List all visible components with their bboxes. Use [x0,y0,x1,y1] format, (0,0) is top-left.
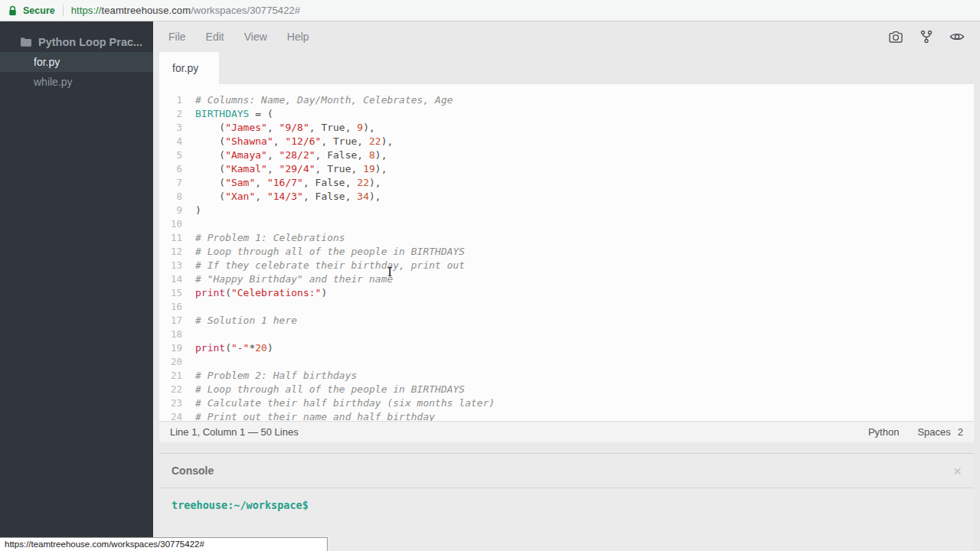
code-text: # Problem 2: Half birthdays [195,369,357,383]
language-indicator[interactable]: Python [868,426,899,438]
project-name-row[interactable]: Python Loop Prac... [0,32,153,52]
code-line[interactable]: 6 ("Kamal", "29/4", True, 19), [159,162,974,176]
code-line[interactable]: 12# Loop through all of the people in BI… [159,245,974,259]
code-line[interactable]: 13# If they celebrate their birthday, pr… [159,259,974,272]
code-line[interactable]: 22# Loop through all of the people in BI… [159,383,974,396]
eye-icon[interactable] [949,31,965,42]
menu-view[interactable]: View [244,31,267,43]
line-number: 13 [159,259,182,272]
indent-type[interactable]: Spaces [917,426,950,438]
code-text: ("Kamal", "29/4", True, 19), [195,162,387,176]
code-line[interactable]: 16 [159,300,974,314]
code-line[interactable]: 14# "Happy Birthday" and their name [159,272,974,286]
code-text: # Loop through all of the people in BIRT… [195,383,465,396]
code-text: # Loop through all of the people in BIRT… [195,245,465,259]
console-header: Console × [159,454,974,488]
code-line[interactable]: 20 [159,355,974,369]
line-number: 24 [159,410,182,421]
statusbar-right: Python Spaces 2 [868,426,963,438]
code-line[interactable]: 2BIRTHDAYS = ( [159,107,974,121]
line-number: 17 [159,314,182,328]
editor-panel: for.py 1# Columns: Name, Day/Month, Cele… [159,52,974,442]
code-line[interactable]: 5 ("Amaya", "28/2", False, 8), [159,148,974,162]
code-text: ) [195,204,201,217]
code-text: ("Shawna", "12/6", True, 22), [195,135,393,148]
line-number: 14 [159,272,182,286]
code-line[interactable]: 18 [159,328,974,341]
main-area: File Edit View Help [153,21,980,551]
code-line[interactable]: 10 [159,217,974,231]
console-panel: Console × treehouse:~/workspace$ [159,453,974,551]
line-number: 4 [159,135,182,148]
menu-file[interactable]: File [168,31,186,43]
url-text[interactable]: https://teamtreehouse.com/workspaces/307… [71,5,300,16]
cursor-position: Line 1, Column 1 — 50 Lines [170,426,299,438]
menubar: File Edit View Help [159,21,974,52]
line-number: 22 [159,383,182,396]
code-text: # Problem 1: Celebrations [195,231,345,245]
treehouse-workspace-page: Secure https://teamtreehouse.com/workspa… [0,0,980,551]
editor-statusbar: Line 1, Column 1 — 50 Lines Python Space… [159,421,974,442]
secure-label[interactable]: Secure [23,5,55,16]
sidebar-item-for-py[interactable]: for.py [0,52,153,72]
code-line[interactable]: 1# Columns: Name, Day/Month, Celebrates,… [159,93,974,107]
line-number: 6 [159,162,182,176]
code-line[interactable]: 3 ("James", "9/8", True, 9), [159,121,974,135]
code-line[interactable]: 11# Problem 1: Celebrations [159,231,974,245]
code-line[interactable]: 8 ("Xan", "14/3", False, 34), [159,190,974,204]
line-number: 2 [159,107,182,121]
indent-size[interactable]: 2 [958,426,963,438]
code-line[interactable]: 17# Solution 1 here [159,314,974,328]
code-editor[interactable]: 1# Columns: Name, Day/Month, Celebrates,… [159,84,974,421]
code-line[interactable]: 9) [159,204,974,217]
code-text: # Print out their name and half birthday [195,410,435,421]
line-number: 10 [159,217,182,231]
code-text: ("Xan", "14/3", False, 34), [195,190,381,204]
line-number: 1 [159,93,182,107]
tab-for-py[interactable]: for.py [159,52,219,84]
code-text: print("Celebrations:") [195,286,327,300]
code-line[interactable]: 24# Print out their name and half birthd… [159,410,974,421]
fork-icon[interactable] [920,30,933,44]
workspace: Python Loop Prac... for.py while.py File… [0,21,980,551]
address-bar-divider [63,5,64,16]
menu-edit[interactable]: Edit [206,31,224,43]
console-output[interactable]: treehouse:~/workspace$ [159,488,974,522]
editor-tabbar: for.py [159,52,974,84]
lock-icon [8,5,18,16]
code-line[interactable]: 19print("-"*20) [159,341,974,355]
code-text: # Solution 1 here [195,314,297,328]
url-scheme: https:// [71,5,102,16]
code-text: # If they celebrate their birthday, prin… [195,259,465,272]
code-line[interactable]: 4 ("Shawna", "12/6", True, 22), [159,135,974,148]
line-number: 12 [159,245,182,259]
code-text: BIRTHDAYS = ( [195,107,273,121]
terminal-prompt: treehouse:~/workspace$ [172,499,309,511]
sidebar-item-while-py[interactable]: while.py [0,72,153,92]
line-number: 20 [159,355,182,369]
code-line[interactable]: 15print("Celebrations:") [159,286,974,300]
url-domain: teamtreehouse.com [102,5,191,16]
code-text: ("James", "9/8", True, 9), [195,121,375,135]
code-line[interactable]: 23# Calculate their half birthday (six m… [159,396,974,410]
menu-help[interactable]: Help [287,31,309,43]
code-text: # "Happy Birthday" and their name [195,272,393,286]
code-text: ("Sam", "16/7", False, 22), [195,176,381,190]
project-name: Python Loop Prac... [38,36,142,48]
code-lines: 1# Columns: Name, Day/Month, Celebrates,… [159,93,974,421]
browser-address-bar[interactable]: Secure https://teamtreehouse.com/workspa… [0,0,980,21]
line-number: 18 [159,328,182,341]
code-line[interactable]: 21# Problem 2: Half birthdays [159,369,974,383]
camera-icon[interactable] [889,31,903,44]
close-icon[interactable]: × [953,464,962,478]
code-line[interactable]: 7 ("Sam", "16/7", False, 22), [159,176,974,190]
toolbar-icons [889,30,965,44]
file-name: for.py [34,56,60,68]
code-text: ("Amaya", "28/2", False, 8), [195,148,387,162]
line-number: 5 [159,148,182,162]
line-number: 23 [159,396,182,410]
code-text: # Calculate their half birthday (six mon… [195,396,495,410]
file-name: while.py [34,76,73,88]
browser-status-tooltip: https://teamtreehouse.com/workspaces/307… [0,537,328,551]
status-link-text: https://teamtreehouse.com/workspaces/307… [5,540,204,549]
